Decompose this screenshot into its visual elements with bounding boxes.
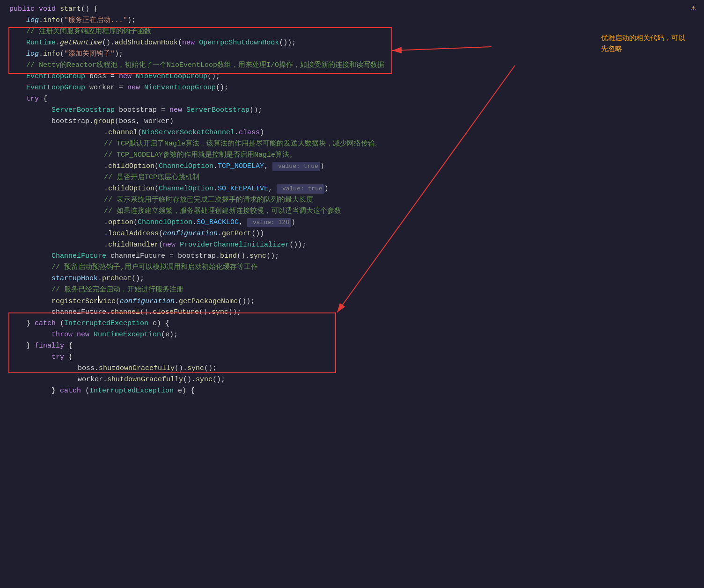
code-line-26: // 服务已经完全启动，开始进行服务注册 bbox=[0, 284, 704, 296]
code-line-29: } catch (InterruptedException e) { bbox=[0, 318, 704, 329]
code-line-14: // TCP_NODELAY参数的作用就是控制是否启用Nagle算法。 bbox=[0, 150, 704, 161]
code-line-31: } finally { bbox=[0, 341, 704, 352]
code-line-13: // TCP默认开启了Nagle算法，该算法的作用是尽可能的发送大数据块，减少网… bbox=[0, 138, 704, 150]
code-line-2: log.info("服务正在启动..."); bbox=[0, 15, 704, 26]
code-line-6: // Netty的Reactor线程池，初始化了一个NioEventLoop数组… bbox=[0, 60, 704, 71]
code-line-16: // 是否开启TCP底层心跳机制 bbox=[0, 172, 704, 183]
code-line-33: boss.shutdownGracefully().sync(); bbox=[0, 363, 704, 374]
code-line-30: throw new RuntimeException(e); bbox=[0, 329, 704, 341]
code-line-9: try { bbox=[0, 94, 704, 105]
code-line-19: // 如果连接建立频繁，服务器处理创建新连接较慢，可以适当调大这个参数 bbox=[0, 206, 704, 217]
code-line-23: ChannelFuture channelFuture = bootstrap.… bbox=[0, 251, 704, 262]
code-line-34: worker.shutdownGracefully().sync(); bbox=[0, 374, 704, 385]
code-line-22: .childHandler(new ProviderChannelInitial… bbox=[0, 240, 704, 251]
code-line-32: try { bbox=[0, 352, 704, 363]
annotation-text: 优雅启动的相关代码，可以先忽略 bbox=[601, 33, 685, 54]
code-line-21: .localAddress(configuration.getPort()) bbox=[0, 228, 704, 240]
code-line-12: .channel(NioServerSocketChannel.class) bbox=[0, 127, 704, 138]
code-line-4: Runtime.getRuntime().addShutdownHook(new… bbox=[0, 37, 704, 49]
code-line-24: // 预留启动预热钩子,用户可以模拟调用和启动初始化缓存等工作 bbox=[0, 262, 704, 273]
warning-icon: ⚠ bbox=[691, 2, 700, 11]
code-line-5: log.info("添加关闭钩子"); bbox=[0, 49, 704, 60]
code-line-15: .childOption(ChannelOption.TCP_NODELAY, … bbox=[0, 161, 704, 172]
code-line-1: public void start() { bbox=[0, 4, 704, 15]
code-line-18: // 表示系统用于临时存放已完成三次握手的请求的队列的最大长度 bbox=[0, 195, 704, 206]
code-line-35: } catch (InterruptedException e) { bbox=[0, 385, 704, 397]
code-line-3: // 注册关闭服务端应用程序的钩子函数 bbox=[0, 26, 704, 37]
code-editor[interactable]: ⚠ 优雅启动的相关代码，可以先忽略 public void start() { … bbox=[0, 0, 704, 588]
code-line-25: startupHook.preheat(); bbox=[0, 273, 704, 284]
code-line-27: registerService(configuration.getPackage… bbox=[0, 296, 704, 307]
code-line-17: .childOption(ChannelOption.SO_KEEPALIVE,… bbox=[0, 183, 704, 195]
code-line-7: EventLoopGroup boss = new NioEventLoopGr… bbox=[0, 71, 704, 82]
code-line-28: channelFuture.channel().closeFuture().sy… bbox=[0, 307, 704, 318]
code-line-11: bootstrap.group(boss, worker) bbox=[0, 116, 704, 127]
code-line-8: EventLoopGroup worker = new NioEventLoop… bbox=[0, 82, 704, 94]
code-line-20: .option(ChannelOption.SO_BACKLOG, value:… bbox=[0, 217, 704, 228]
code-line-10: ServerBootstrap bootstrap = new ServerBo… bbox=[0, 105, 704, 116]
